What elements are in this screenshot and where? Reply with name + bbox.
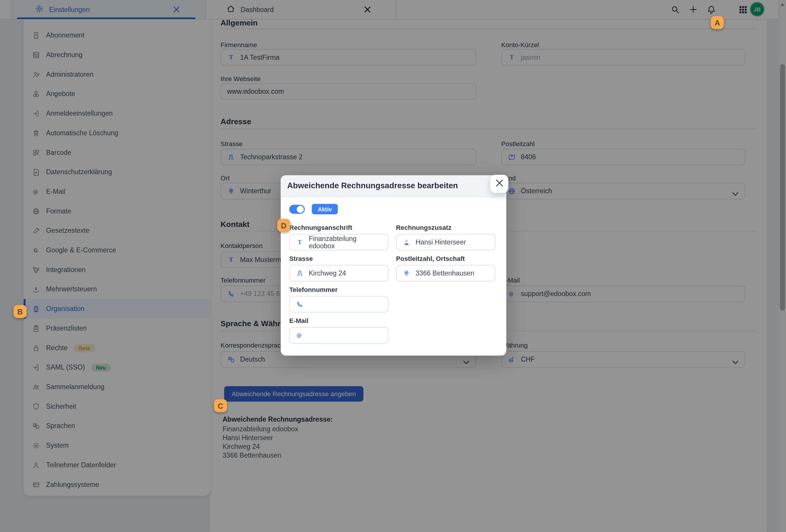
phone-icon bbox=[296, 300, 304, 308]
plz-ortschaft-input[interactable]: 3366 Bettenhausen bbox=[396, 265, 495, 281]
modal-email-input[interactable]: @ bbox=[289, 327, 389, 343]
aktiv-badge[interactable]: Aktiv bbox=[312, 204, 338, 214]
text-icon: T bbox=[296, 238, 304, 246]
rechnungszusatz-value: Hansi Hinterseer bbox=[416, 238, 466, 246]
aktiv-toggle[interactable] bbox=[289, 205, 305, 214]
modal-strasse-value: Kirchweg 24 bbox=[309, 269, 346, 277]
modal-title: Abweichende Rechnungsadresse bearbeiten bbox=[287, 181, 458, 190]
rechnungsanschrift-input[interactable]: T Finanzabteilung edoobox bbox=[289, 234, 389, 250]
location-pin-icon bbox=[402, 269, 410, 277]
plz-ortschaft-label: Postleitzahl, Ortschaft bbox=[396, 255, 465, 263]
modal-header: Abweichende Rechnungsadresse bearbeiten bbox=[281, 175, 506, 197]
annotation-badge-d: D bbox=[277, 219, 290, 232]
svg-text:T: T bbox=[298, 239, 302, 245]
modal-strasse-label: Strasse bbox=[289, 255, 313, 263]
close-icon bbox=[495, 179, 503, 188]
abweichende-rechnungsadresse-modal: Abweichende Rechnungsadresse bearbeiten … bbox=[281, 175, 506, 356]
annotation-badge-a: A bbox=[711, 16, 723, 29]
modal-telefonnummer-input[interactable] bbox=[289, 296, 389, 312]
at-icon: @ bbox=[296, 331, 304, 339]
app-root: Einstellungen Dashboard JB bbox=[0, 0, 786, 532]
person-icon bbox=[402, 238, 410, 246]
rechnungszusatz-label: Rechnungszusatz bbox=[396, 224, 451, 232]
road-icon bbox=[296, 269, 304, 277]
rechnungszusatz-input[interactable]: Hansi Hinterseer bbox=[396, 234, 495, 250]
svg-text:@: @ bbox=[297, 332, 302, 338]
screenshot-viewport: Einstellungen Dashboard JB bbox=[0, 0, 786, 532]
modal-email-label: E-Mail bbox=[289, 317, 308, 325]
modal-close-button[interactable] bbox=[490, 175, 508, 193]
toggle-knob bbox=[297, 206, 304, 213]
annotation-badge-b: B bbox=[14, 305, 26, 318]
rechnungsanschrift-label: Rechnungsanschrift bbox=[289, 224, 352, 232]
annotation-badge-c: C bbox=[214, 399, 227, 412]
modal-strasse-input[interactable]: Kirchweg 24 bbox=[289, 265, 389, 281]
modal-telefonnummer-label: Telefonnummer bbox=[289, 286, 338, 294]
rechnungsanschrift-value: Finanzabteilung edoobox bbox=[309, 235, 382, 249]
plz-ortschaft-value: 3366 Bettenhausen bbox=[416, 269, 474, 277]
